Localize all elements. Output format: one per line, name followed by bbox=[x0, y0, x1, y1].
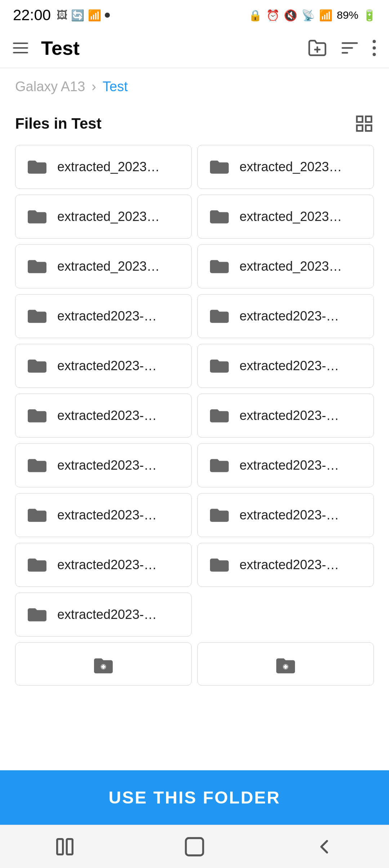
bottom-nav bbox=[0, 825, 389, 868]
folder-icon bbox=[26, 455, 49, 475]
folder-name: extracted2023-… bbox=[240, 557, 339, 572]
alarm-icon: ⏰ bbox=[266, 9, 280, 22]
dot-icon bbox=[105, 13, 110, 18]
files-header: Files in Test bbox=[0, 105, 389, 139]
folder-icon bbox=[208, 555, 231, 575]
folders-grid: extracted_2023… extracted_2023… extracte… bbox=[0, 139, 389, 642]
folder-item[interactable]: extracted_2023… bbox=[15, 145, 192, 189]
folder-icon bbox=[208, 256, 231, 276]
recent-apps-button[interactable] bbox=[53, 835, 76, 858]
folder-item-partial-right[interactable] bbox=[197, 642, 374, 686]
use-this-folder-button[interactable]: USE THIS FOLDER bbox=[0, 770, 389, 825]
list-view-button[interactable] bbox=[354, 114, 374, 133]
battery-icon: 🔋 bbox=[363, 9, 376, 22]
svg-rect-10 bbox=[366, 125, 372, 131]
back-button[interactable] bbox=[313, 835, 336, 858]
signal-bars-icon: 📶 bbox=[319, 9, 332, 22]
breadcrumb-current: Test bbox=[103, 79, 128, 94]
folder-item[interactable]: extracted2023-… bbox=[15, 394, 192, 438]
folder-name: extracted2023-… bbox=[240, 358, 339, 373]
folder-name: extracted2023-… bbox=[57, 309, 157, 324]
lock-icon: 🔒 bbox=[249, 9, 262, 22]
folder-icon bbox=[26, 256, 49, 276]
folder-name: extracted2023-… bbox=[240, 408, 339, 423]
svg-point-5 bbox=[373, 40, 376, 43]
status-icons-left: 🖼 🔄 📶 bbox=[57, 9, 110, 22]
folder-item[interactable]: extracted2023-… bbox=[197, 543, 374, 587]
folder-item[interactable]: extracted2023-… bbox=[15, 443, 192, 487]
folder-name: extracted2023-… bbox=[240, 508, 339, 523]
folder-item[interactable]: extracted2023-… bbox=[15, 344, 192, 388]
folder-icon bbox=[208, 406, 231, 426]
status-bar-left: 22:00 🖼 🔄 📶 bbox=[13, 6, 110, 24]
folder-icon bbox=[208, 455, 231, 475]
mute-icon: 🔇 bbox=[284, 9, 297, 22]
folder-item[interactable]: extracted2023-… bbox=[197, 493, 374, 537]
folder-item[interactable]: extracted2023-… bbox=[15, 593, 192, 637]
files-section-title: Files in Test bbox=[15, 115, 102, 132]
folder-item[interactable]: extracted2023-… bbox=[197, 294, 374, 338]
folder-icon bbox=[208, 505, 231, 525]
folder-icon bbox=[26, 207, 49, 227]
folder-name: extracted_2023… bbox=[57, 259, 160, 274]
folder-icon bbox=[208, 207, 231, 227]
new-folder-button[interactable] bbox=[308, 38, 327, 58]
folder-item[interactable]: extracted_2023… bbox=[15, 244, 192, 288]
folder-name: extracted_2023… bbox=[240, 209, 342, 224]
folder-item[interactable]: extracted_2023… bbox=[197, 195, 374, 239]
folder-name: extracted2023-… bbox=[57, 458, 157, 473]
folder-icon bbox=[208, 157, 231, 177]
menu-button[interactable] bbox=[13, 43, 28, 53]
svg-point-6 bbox=[373, 46, 376, 50]
folder-name: extracted_2023… bbox=[57, 209, 160, 224]
folder-item[interactable]: extracted2023-… bbox=[15, 493, 192, 537]
svg-rect-11 bbox=[357, 125, 363, 131]
folder-item[interactable]: extracted_2023… bbox=[15, 195, 192, 239]
folder-icon bbox=[26, 604, 49, 625]
folder-name: extracted_2023… bbox=[240, 159, 342, 174]
svg-rect-8 bbox=[357, 116, 363, 122]
svg-point-7 bbox=[373, 53, 376, 56]
folder-item-partial-left[interactable] bbox=[15, 642, 192, 686]
folder-name: extracted2023-… bbox=[57, 607, 157, 622]
app-bar-left: Test bbox=[13, 37, 80, 59]
folder-item[interactable]: extracted2023-… bbox=[197, 443, 374, 487]
folders-grid-partial bbox=[0, 642, 389, 691]
signal-icon: 📶 bbox=[88, 9, 101, 22]
folder-name: extracted2023-… bbox=[57, 557, 157, 572]
photo-icon: 🖼 bbox=[57, 9, 67, 21]
wifi-icon: 📡 bbox=[301, 9, 315, 22]
folder-item[interactable]: extracted2023-… bbox=[197, 344, 374, 388]
svg-rect-20 bbox=[186, 838, 203, 855]
folder-name: extracted2023-… bbox=[57, 358, 157, 373]
app-bar-right bbox=[308, 38, 376, 58]
folder-icon bbox=[26, 555, 49, 575]
folder-name: extracted2023-… bbox=[240, 309, 339, 324]
folder-icon bbox=[208, 306, 231, 326]
folder-icon bbox=[26, 356, 49, 376]
breadcrumb-separator: › bbox=[91, 79, 96, 94]
folder-icon bbox=[26, 505, 49, 525]
folder-name: extracted_2023… bbox=[57, 159, 160, 174]
status-bar-right: 🔒 ⏰ 🔇 📡 📶 89% 🔋 bbox=[249, 9, 376, 22]
breadcrumb: Galaxy A13 › Test bbox=[0, 68, 389, 105]
folder-icon bbox=[26, 406, 49, 426]
folder-item[interactable]: extracted_2023… bbox=[197, 244, 374, 288]
battery-text: 89% bbox=[337, 9, 358, 21]
more-options-button[interactable] bbox=[372, 38, 376, 58]
breadcrumb-parent[interactable]: Galaxy A13 bbox=[15, 79, 85, 94]
home-button[interactable] bbox=[183, 835, 206, 858]
folder-item[interactable]: extracted2023-… bbox=[197, 394, 374, 438]
svg-rect-19 bbox=[67, 839, 72, 854]
folder-name: extracted2023-… bbox=[57, 408, 157, 423]
folder-icon bbox=[208, 356, 231, 376]
sort-button[interactable] bbox=[340, 38, 359, 58]
svg-rect-9 bbox=[366, 116, 372, 122]
status-bar: 22:00 🖼 🔄 📶 🔒 ⏰ 🔇 📡 📶 89% 🔋 bbox=[0, 0, 389, 28]
folder-item[interactable]: extracted2023-… bbox=[15, 543, 192, 587]
svg-rect-18 bbox=[57, 839, 63, 854]
folder-item[interactable]: extracted_2023… bbox=[197, 145, 374, 189]
app-title: Test bbox=[41, 37, 80, 59]
folder-item[interactable]: extracted2023-… bbox=[15, 294, 192, 338]
folder-name: extracted2023-… bbox=[240, 458, 339, 473]
